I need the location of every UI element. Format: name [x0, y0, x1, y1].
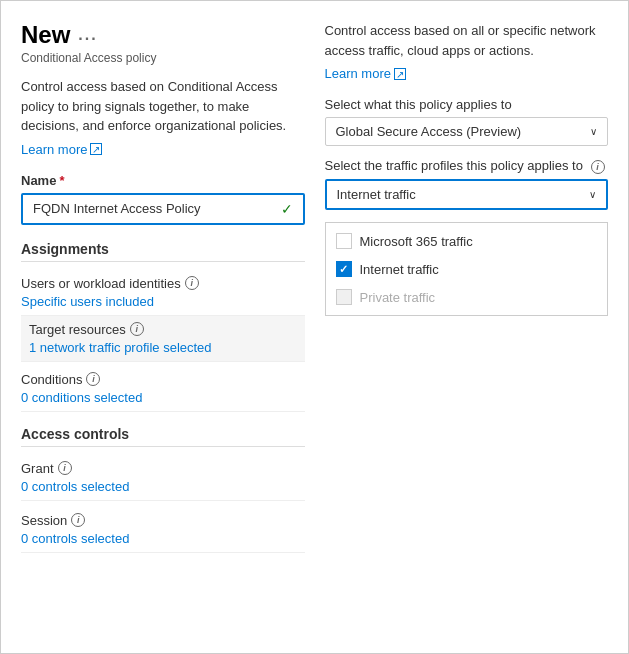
users-label: Users or workload identities i [21, 276, 305, 291]
right-panel: Control access based on all or specific … [325, 21, 609, 633]
traffic-profiles-chevron: ∨ [589, 189, 596, 200]
traffic-profiles-label-text: Select the traffic profiles this policy … [325, 158, 583, 173]
name-check-icon: ✓ [281, 201, 293, 217]
assignments-header: Assignments [21, 241, 305, 262]
traffic-profiles-label: Select the traffic profiles this policy … [325, 158, 609, 174]
learn-more-left-label: Learn more [21, 142, 87, 157]
title-dots: ... [78, 26, 97, 44]
grant-section-item: Grant i 0 controls selected [21, 455, 305, 501]
checkbox-microsoft365[interactable] [336, 233, 352, 249]
grant-label: Grant i [21, 461, 305, 476]
learn-more-right[interactable]: Learn more ↗ [325, 66, 609, 81]
target-resources-label: Target resources i [29, 322, 297, 337]
target-resources-section: Target resources i 1 network traffic pro… [21, 316, 305, 362]
policy-applies-chevron: ∨ [590, 126, 597, 137]
policy-applies-dropdown[interactable]: Global Secure Access (Preview) ∨ [325, 117, 609, 146]
conditions-section-item: Conditions i 0 conditions selected [21, 362, 305, 412]
users-label-text: Users or workload identities [21, 276, 181, 291]
learn-more-right-label: Learn more [325, 66, 391, 81]
users-section-item: Users or workload identities i Specific … [21, 270, 305, 316]
traffic-profiles-value: Internet traffic [337, 187, 416, 202]
conditions-label-text: Conditions [21, 372, 82, 387]
checkbox-private [336, 289, 352, 305]
policy-applies-container: Select what this policy applies to Globa… [325, 97, 609, 146]
name-label-text: Name [21, 173, 56, 188]
page-title: New ... [21, 21, 305, 49]
checkbox-internet-label: Internet traffic [360, 262, 439, 277]
session-section-item: Session i 0 controls selected [21, 507, 305, 553]
checkbox-item-internet[interactable]: Internet traffic [326, 255, 608, 283]
checkbox-item-private: Private traffic [326, 283, 608, 311]
external-link-icon-right: ↗ [394, 68, 406, 80]
name-input-value: FQDN Internet Access Policy [33, 201, 201, 216]
main-window: New ... Conditional Access policy Contro… [0, 0, 629, 654]
grant-label-text: Grant [21, 461, 54, 476]
left-description: Control access based on Conditional Acce… [21, 77, 305, 136]
conditions-label: Conditions i [21, 372, 305, 387]
access-controls-header: Access controls [21, 426, 305, 447]
checkbox-internet[interactable] [336, 261, 352, 277]
traffic-profiles-info-icon[interactable]: i [591, 160, 605, 174]
grant-value[interactable]: 0 controls selected [21, 479, 305, 494]
name-input[interactable]: FQDN Internet Access Policy ✓ [21, 193, 305, 225]
policy-applies-label: Select what this policy applies to [325, 97, 609, 112]
users-info-icon[interactable]: i [185, 276, 199, 290]
target-resources-value[interactable]: 1 network traffic profile selected [29, 340, 297, 355]
session-value[interactable]: 0 controls selected [21, 531, 305, 546]
traffic-checkbox-list: Microsoft 365 traffic Internet traffic P… [325, 222, 609, 316]
name-field-label: Name * [21, 173, 305, 188]
conditions-info-icon[interactable]: i [86, 372, 100, 386]
policy-applies-value: Global Secure Access (Preview) [336, 124, 522, 139]
required-star: * [59, 173, 64, 188]
grant-info-icon[interactable]: i [58, 461, 72, 475]
page-subtitle: Conditional Access policy [21, 51, 305, 65]
conditions-value[interactable]: 0 conditions selected [21, 390, 305, 405]
session-label: Session i [21, 513, 305, 528]
traffic-profiles-container: Select the traffic profiles this policy … [325, 158, 609, 210]
target-resources-label-text: Target resources [29, 322, 126, 337]
checkbox-item-microsoft365[interactable]: Microsoft 365 traffic [326, 227, 608, 255]
learn-more-left[interactable]: Learn more ↗ [21, 142, 305, 157]
right-description: Control access based on all or specific … [325, 21, 609, 60]
target-resources-info-icon[interactable]: i [130, 322, 144, 336]
users-value[interactable]: Specific users included [21, 294, 305, 309]
checkbox-microsoft365-label: Microsoft 365 traffic [360, 234, 473, 249]
external-link-icon-left: ↗ [90, 143, 102, 155]
title-text: New [21, 21, 70, 49]
traffic-profiles-dropdown[interactable]: Internet traffic ∨ [325, 179, 609, 210]
checkbox-private-label: Private traffic [360, 290, 436, 305]
left-panel: New ... Conditional Access policy Contro… [21, 21, 305, 633]
session-label-text: Session [21, 513, 67, 528]
session-info-icon[interactable]: i [71, 513, 85, 527]
